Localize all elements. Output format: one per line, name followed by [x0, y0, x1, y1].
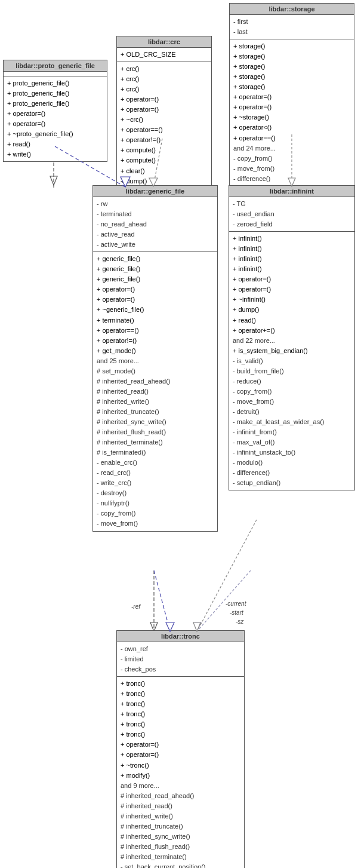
- infinint-members: + infinint() + infinint() + infinint() +…: [229, 232, 354, 490]
- current-label: -current: [226, 600, 246, 607]
- infinint-title: libdar::infinint: [229, 186, 354, 197]
- generic-file-box: libdar::generic_file - rw - terminated -…: [92, 185, 218, 532]
- proto-generic-file-title: libdar::proto_generic_file: [4, 60, 107, 72]
- crc-title: libdar::crc: [117, 36, 211, 48]
- storage-attrs: - first - last: [230, 15, 354, 39]
- tronc-members: + tronc() + tronc() + tronc() + tronc() …: [117, 677, 244, 868]
- crc-attrs: + OLD_CRC_SIZE: [117, 48, 211, 62]
- svg-line-16: [154, 571, 170, 631]
- tronc-title: libdar::tronc: [117, 631, 244, 642]
- ref-label: -ref: [131, 603, 140, 610]
- proto-generic-file-members: + proto_generic_file() + proto_generic_f…: [4, 76, 107, 161]
- infinint-attrs: - TG - used_endian - zeroed_field: [229, 197, 354, 232]
- proto-generic-file-box: libdar::proto_generic_file + proto_gener…: [3, 60, 107, 162]
- tronc-attrs: - own_ref - limited - check_pos: [117, 642, 244, 677]
- proto-generic-file-attrs: [4, 72, 107, 76]
- sz-label: -sz: [236, 618, 243, 625]
- generic-file-title: libdar::generic_file: [93, 186, 217, 197]
- infinint-box: libdar::infinint - TG - used_endian - ze…: [229, 185, 355, 490]
- generic-file-attrs: - rw - terminated - no_read_ahead - acti…: [93, 197, 217, 252]
- storage-title: libdar::storage: [230, 4, 354, 15]
- uml-diagram: -checksum -checksum -field -ref -current…: [0, 0, 361, 868]
- start-label: -start: [230, 609, 243, 616]
- svg-line-18: [197, 520, 257, 631]
- tronc-box: libdar::tronc - own_ref - limited - chec…: [116, 630, 245, 868]
- generic-file-members: + generic_file() + generic_file() + gene…: [93, 252, 217, 530]
- svg-marker-1: [50, 176, 57, 185]
